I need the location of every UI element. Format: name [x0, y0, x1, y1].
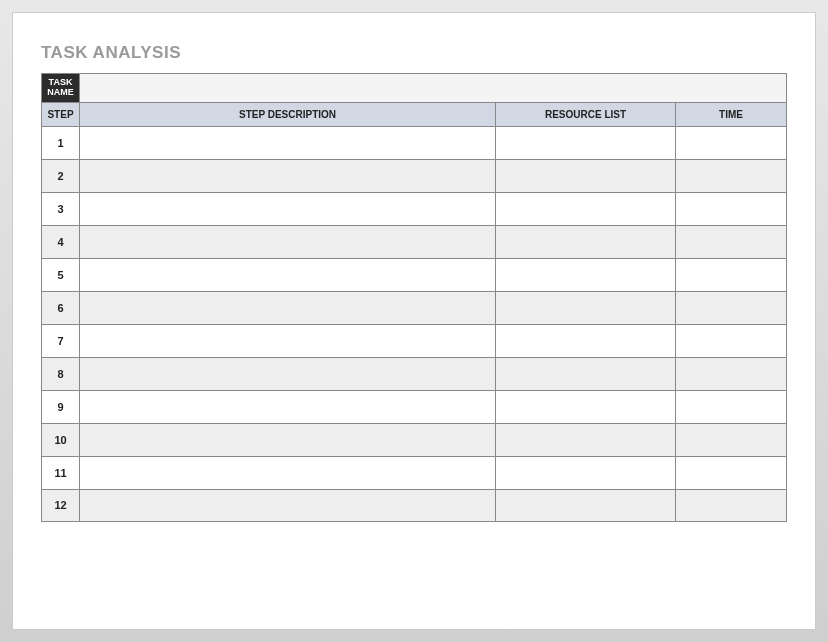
cell-time[interactable]: [676, 193, 786, 225]
cell-resource[interactable]: [496, 127, 676, 159]
table-row: 7: [41, 324, 787, 357]
cell-resource[interactable]: [496, 490, 676, 521]
cell-description[interactable]: [80, 490, 496, 521]
cell-step: 5: [42, 259, 80, 291]
cell-resource[interactable]: [496, 457, 676, 489]
cell-resource[interactable]: [496, 391, 676, 423]
cell-resource[interactable]: [496, 424, 676, 456]
cell-description[interactable]: [80, 226, 496, 258]
table-row: 12: [41, 489, 787, 522]
cell-time[interactable]: [676, 325, 786, 357]
cell-step: 11: [42, 457, 80, 489]
cell-description[interactable]: [80, 127, 496, 159]
cell-step: 9: [42, 391, 80, 423]
table-row: 11: [41, 456, 787, 489]
table-body: 123456789101112: [41, 126, 787, 522]
cell-time[interactable]: [676, 160, 786, 192]
cell-step: 12: [42, 490, 80, 521]
cell-resource[interactable]: [496, 193, 676, 225]
cell-step: 2: [42, 160, 80, 192]
cell-resource[interactable]: [496, 325, 676, 357]
cell-time[interactable]: [676, 391, 786, 423]
page-title: TASK ANALYSIS: [41, 43, 787, 63]
table-row: 10: [41, 423, 787, 456]
cell-description[interactable]: [80, 457, 496, 489]
cell-description[interactable]: [80, 259, 496, 291]
cell-description[interactable]: [80, 193, 496, 225]
document-page: TASK ANALYSIS TASKNAME STEP STEP DESCRIP…: [12, 12, 816, 630]
table-row: 3: [41, 192, 787, 225]
cell-time[interactable]: [676, 457, 786, 489]
cell-step: 6: [42, 292, 80, 324]
cell-description[interactable]: [80, 391, 496, 423]
cell-time[interactable]: [676, 127, 786, 159]
table-row: 5: [41, 258, 787, 291]
cell-resource[interactable]: [496, 292, 676, 324]
table-row: 2: [41, 159, 787, 192]
cell-time[interactable]: [676, 259, 786, 291]
col-header-description: STEP DESCRIPTION: [80, 103, 496, 126]
col-header-time: TIME: [676, 103, 786, 126]
table-row: 6: [41, 291, 787, 324]
table-row: 9: [41, 390, 787, 423]
cell-step: 8: [42, 358, 80, 390]
task-name-value[interactable]: [80, 74, 786, 102]
cell-time[interactable]: [676, 358, 786, 390]
col-header-step: STEP: [42, 103, 80, 126]
task-name-row: TASKNAME: [41, 73, 787, 102]
cell-time[interactable]: [676, 226, 786, 258]
cell-resource[interactable]: [496, 226, 676, 258]
col-header-resource: RESOURCE LIST: [496, 103, 676, 126]
task-name-header: TASKNAME: [42, 74, 80, 102]
cell-description[interactable]: [80, 160, 496, 192]
cell-resource[interactable]: [496, 259, 676, 291]
column-header-row: STEP STEP DESCRIPTION RESOURCE LIST TIME: [41, 102, 787, 126]
cell-description[interactable]: [80, 292, 496, 324]
cell-step: 10: [42, 424, 80, 456]
table-row: 1: [41, 126, 787, 159]
table-row: 8: [41, 357, 787, 390]
cell-time[interactable]: [676, 490, 786, 521]
cell-description[interactable]: [80, 358, 496, 390]
cell-description[interactable]: [80, 424, 496, 456]
cell-description[interactable]: [80, 325, 496, 357]
cell-resource[interactable]: [496, 358, 676, 390]
cell-step: 7: [42, 325, 80, 357]
cell-step: 1: [42, 127, 80, 159]
cell-time[interactable]: [676, 424, 786, 456]
table-row: 4: [41, 225, 787, 258]
cell-step: 3: [42, 193, 80, 225]
cell-step: 4: [42, 226, 80, 258]
cell-time[interactable]: [676, 292, 786, 324]
cell-resource[interactable]: [496, 160, 676, 192]
